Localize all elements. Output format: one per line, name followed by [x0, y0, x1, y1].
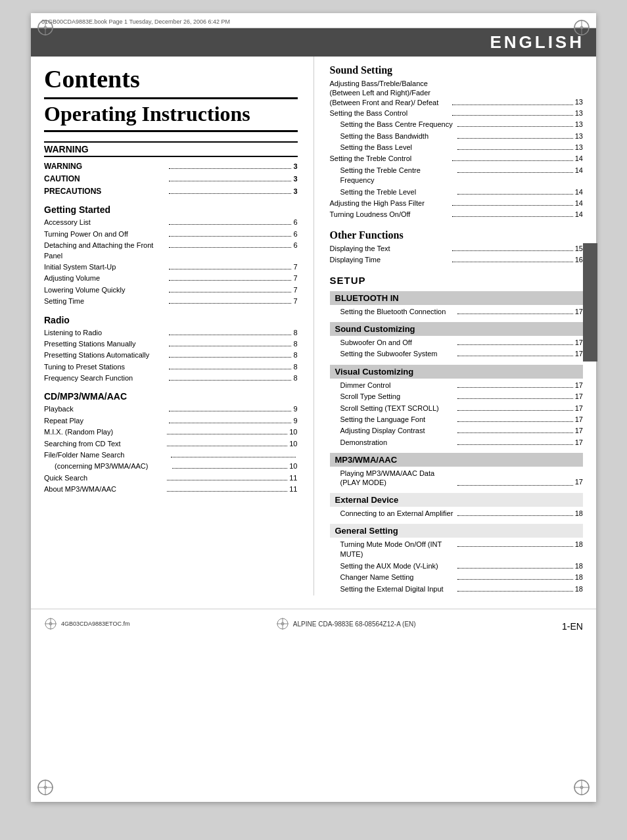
- page-footer: 4GB03CDA9883ETOC.fm ALPINE CDA-9883E 68-…: [31, 609, 596, 638]
- getting-started-header: Getting Started: [44, 204, 298, 215]
- toc-subwoofer-system: Setting the Subwoofer System 17: [330, 349, 584, 359]
- toc-presetting-manually: Presetting Stations Manually 8: [44, 339, 298, 349]
- toc-tuning-preset: Tuning to Preset Stations 8: [44, 362, 298, 372]
- toc-loudness: Turning Loudness On/Off 14: [330, 210, 584, 220]
- toc-scroll-setting: Scroll Setting (TEXT SCROLL) 17: [330, 404, 584, 413]
- svg-point-12: [574, 780, 589, 795]
- warning-section-header: WARNING: [44, 141, 298, 157]
- footer-file: 4GB03CDA9883ETOC.fm: [44, 617, 129, 630]
- toc-searching-cd-text: Searching from CD Text 10: [44, 439, 298, 449]
- toc-treble-control: Setting the Treble Control 14: [330, 154, 584, 164]
- toc-bass-centre-freq: Setting the Bass Centre Frequency 13: [330, 120, 584, 129]
- external-device-box: External Device: [330, 493, 584, 507]
- contents-title: Contents: [44, 64, 298, 99]
- toc-adjusting-bass-treble: Adjusting Bass/Treble/Balance (Between L…: [330, 79, 584, 107]
- toc-bass-bandwidth: Setting the Bass Bandwidth 13: [330, 131, 584, 141]
- setup-title: SETUP: [330, 275, 584, 286]
- toc-warning: WARNING 3: [44, 161, 298, 172]
- general-setting-items: Turning Mute Mode On/Off (INT MUTE) 18 S…: [330, 540, 584, 594]
- operating-title: Operating Instructions: [44, 102, 298, 132]
- svg-point-15: [580, 786, 583, 789]
- toc-bass-level: Setting the Bass Level 13: [330, 143, 584, 152]
- toc-scroll-type: Scroll Type Setting 17: [330, 392, 584, 402]
- toc-displaying-time: Displaying Time 16: [330, 255, 584, 265]
- left-column: Contents Operating Instructions WARNING …: [44, 57, 314, 595]
- radio-items: Listening to Radio 8 Presetting Stations…: [44, 328, 298, 384]
- toc-frequency-search: Frequency Search Function 8: [44, 373, 298, 383]
- toc-displaying-text: Displaying the Text 15: [330, 244, 584, 254]
- toc-playback: Playback 9: [44, 404, 298, 414]
- filename-label: 01GB00CDA9883E.book Page 1 Tuesday, Dece…: [41, 18, 230, 25]
- cdmp3-header: CD/MP3/WMA/AAC: [44, 391, 298, 402]
- mp3-wma-aac-box: MP3/WMA/AAC: [330, 453, 584, 467]
- toc-playing-mp3: Playing MP3/WMA/AAC Data(PLAY MODE) 17: [330, 469, 584, 488]
- toc-changer-name: Changer Name Setting 18: [330, 572, 584, 582]
- footer-center: ALPINE CDA-9883E 68-08564Z12-A (EN): [276, 617, 416, 630]
- sound-customizing-box: Sound Customizing: [330, 322, 584, 336]
- sidebar-tab: [583, 243, 597, 362]
- corner-br: [572, 778, 591, 797]
- toc-treble-level: Setting the Treble Level 14: [330, 187, 584, 197]
- toc-caution: CAUTION 3: [44, 174, 298, 185]
- toc-initial-system: Initial System Start-Up 7: [44, 262, 298, 272]
- toc-bluetooth-connection: Setting the Bluetooth Connection 17: [330, 307, 584, 317]
- general-setting-box: General Setting: [330, 524, 584, 538]
- warning-items: WARNING 3 CAUTION 3 PRECAUTIONS 3: [44, 161, 298, 197]
- toc-about-mp3: About MP3/WMA/AAC 11: [44, 484, 298, 494]
- toc-mute-mode: Turning Mute Mode On/Off (INT MUTE) 18: [330, 540, 584, 560]
- toc-detaching-front-panel: Detaching and Attaching the Front Panel …: [44, 241, 298, 261]
- mp3-wma-aac-items: Playing MP3/WMA/AAC Data(PLAY MODE) 17: [330, 469, 584, 488]
- main-content: Contents Operating Instructions WARNING …: [31, 57, 596, 609]
- svg-point-11: [44, 786, 47, 789]
- sound-setting-items: Adjusting Bass/Treble/Balance (Between L…: [330, 79, 584, 220]
- toc-external-digital: Setting the External Digital Input 18: [330, 584, 584, 594]
- model-text: ALPINE CDA-9883E 68-08564Z12-A (EN): [293, 620, 416, 628]
- footer-crosshair-icon: [44, 617, 57, 630]
- english-text: ENGLISH: [490, 32, 584, 52]
- toc-file-folder-search: File/Folder Name Search: [44, 450, 298, 460]
- toc-mix-random: M.I.X. (Random Play) 10: [44, 427, 298, 437]
- sound-setting-header: Sound Setting: [330, 64, 584, 76]
- bluetooth-items: Setting the Bluetooth Connection 17: [330, 307, 584, 317]
- corner-bl: [36, 778, 55, 797]
- toc-subwoofer-onoff: Subwoofer On and Off 17: [330, 338, 584, 348]
- toc-adjusting-volume: Adjusting Volume 7: [44, 273, 298, 283]
- toc-listening-radio: Listening to Radio 8: [44, 328, 298, 338]
- toc-setting-time: Setting Time 7: [44, 296, 298, 306]
- toc-setting-bass-control: Setting the Bass Control 13: [330, 108, 584, 118]
- external-device-items: Connecting to an External Amplifier 18: [330, 509, 584, 519]
- visual-customizing-items: Dimmer Control 17 Scroll Type Setting 17…: [330, 381, 584, 448]
- toc-turning-power: Turning Power On and Off 6: [44, 229, 298, 239]
- toc-quick-search: Quick Search 11: [44, 473, 298, 483]
- page: 01GB00CDA9883E.book Page 1 Tuesday, Dece…: [31, 13, 596, 802]
- visual-customizing-box: Visual Customizing: [330, 365, 584, 379]
- toc-repeat-play: Repeat Play 9: [44, 416, 298, 426]
- toc-demonstration: Demonstration 17: [330, 438, 584, 448]
- toc-external-amplifier: Connecting to an External Amplifier 18: [330, 509, 584, 519]
- toc-aux-mode: Setting the AUX Mode (V-Link) 18: [330, 561, 584, 571]
- bluetooth-in-box: BLUETOOTH IN: [330, 291, 584, 305]
- page-number-area: 1-EN: [562, 613, 583, 634]
- other-functions-header: Other Functions: [330, 229, 584, 241]
- right-column: Sound Setting Adjusting Bass/Treble/Bala…: [314, 57, 584, 595]
- toc-treble-centre-freq: Setting the Treble Centre Frequency 14: [330, 166, 584, 186]
- toc-mp3-concerning: (concerning MP3/WMA/AAC) 10: [44, 461, 298, 471]
- toc-precautions: PRECAUTIONS 3: [44, 186, 298, 197]
- other-functions-items: Displaying the Text 15 Displaying Time 1…: [330, 244, 584, 266]
- svg-point-8: [38, 780, 53, 795]
- page-number: 1-EN: [562, 613, 583, 634]
- sound-customizing-items: Subwoofer On and Off 17 Setting the Subw…: [330, 338, 584, 360]
- getting-started-items: Accessory List 6 Turning Power On and Of…: [44, 218, 298, 306]
- toc-high-pass-filter: Adjusting the High Pass Filter 14: [330, 198, 584, 208]
- toc-presetting-auto: Presetting Stations Automatically 8: [44, 350, 298, 360]
- header-bar: 01GB00CDA9883E.book Page 1 Tuesday, Dece…: [31, 13, 596, 28]
- toc-display-contrast: Adjusting Display Contrast 17: [330, 426, 584, 436]
- toc-dimmer-control: Dimmer Control 17: [330, 381, 584, 390]
- footer-center-crosshair-icon: [276, 617, 289, 630]
- english-banner: ENGLISH: [31, 28, 596, 57]
- radio-header: Radio: [44, 315, 298, 325]
- toc-accessory-list: Accessory List 6: [44, 218, 298, 227]
- cdmp3-items: Playback 9 Repeat Play 9 M.I.X. (Random …: [44, 404, 298, 494]
- toc-language-font: Setting the Language Font 17: [330, 415, 584, 425]
- toc-lowering-volume: Lowering Volume Quickly 7: [44, 285, 298, 295]
